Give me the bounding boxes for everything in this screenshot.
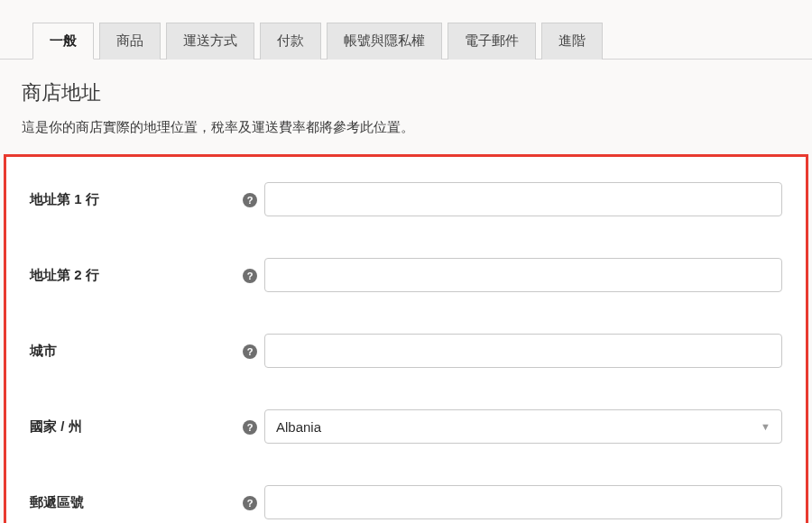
help-icon[interactable]: ? <box>243 269 257 283</box>
row-postcode: 郵遞區號 ? <box>30 485 782 519</box>
row-city: 城市 ? <box>30 334 782 368</box>
tab-privacy[interactable]: 帳號與隱私權 <box>327 23 442 60</box>
tab-payments[interactable]: 付款 <box>260 23 321 60</box>
chevron-down-icon: ▼ <box>761 421 770 432</box>
section-title: 商店地址 <box>0 60 812 119</box>
label-country: 國家 / 州 ? <box>30 418 264 436</box>
label-postcode: 郵遞區號 ? <box>30 494 264 511</box>
tab-emails[interactable]: 電子郵件 <box>448 23 536 60</box>
tabs-nav: 一般 商品 運送方式 付款 帳號與隱私權 電子郵件 進階 <box>0 22 812 60</box>
help-icon[interactable]: ? <box>243 420 257 435</box>
store-address-form: 地址第 1 行 ? 地址第 2 行 ? 城市 ? 國家 / 州 ? Albani… <box>4 154 808 523</box>
help-icon[interactable]: ? <box>243 193 257 207</box>
help-icon[interactable]: ? <box>243 496 257 510</box>
label-address2-text: 地址第 2 行 <box>30 267 99 282</box>
input-postcode[interactable] <box>264 485 782 519</box>
label-city-text: 城市 <box>30 343 57 358</box>
row-address1: 地址第 1 行 ? <box>30 182 782 216</box>
tab-advanced[interactable]: 進階 <box>541 23 603 60</box>
label-country-text: 國家 / 州 <box>30 418 82 434</box>
row-address2: 地址第 2 行 ? <box>30 258 782 292</box>
label-postcode-text: 郵遞區號 <box>30 494 84 509</box>
section-description: 這是你的商店實際的地理位置，稅率及運送費率都將參考此位置。 <box>0 119 812 154</box>
input-address1[interactable] <box>264 182 782 216</box>
tab-general[interactable]: 一般 <box>32 23 94 60</box>
label-city: 城市 ? <box>30 343 264 360</box>
help-icon[interactable]: ? <box>243 344 257 359</box>
row-country: 國家 / 州 ? Albania ▼ <box>30 409 782 444</box>
tab-shipping[interactable]: 運送方式 <box>166 23 254 60</box>
label-address1: 地址第 1 行 ? <box>30 191 264 208</box>
input-address2[interactable] <box>264 258 782 292</box>
label-address1-text: 地址第 1 行 <box>30 191 99 206</box>
label-address2: 地址第 2 行 ? <box>30 267 264 284</box>
select-country[interactable]: Albania ▼ <box>264 409 782 444</box>
tab-products[interactable]: 商品 <box>99 23 161 60</box>
input-city[interactable] <box>264 334 782 368</box>
select-country-value: Albania <box>276 419 321 435</box>
